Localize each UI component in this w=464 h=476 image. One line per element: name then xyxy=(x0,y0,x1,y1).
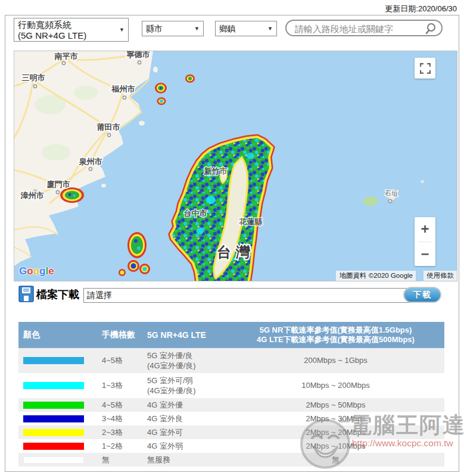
legend-bars-value: 1~2格 xyxy=(102,441,147,452)
download-section-title: 檔案下載 xyxy=(36,287,79,302)
map-label: 寧德市 xyxy=(127,51,150,59)
download-file-select[interactable]: 請選擇 ▼ xyxy=(83,288,421,303)
header-bars: 手機格數 xyxy=(102,330,147,340)
chevron-down-icon: ▼ xyxy=(119,24,124,35)
coverage-map-canvas: 南平市寧德市三明市福州市莆田市泉州市廈門市漳州市石垣新竹市台中市花蓮縣台灣 xyxy=(14,51,457,281)
search-icon[interactable] xyxy=(425,23,437,35)
legend-speed-value: 2Mbps ~ 20Mbps xyxy=(227,428,444,437)
city-dot xyxy=(388,199,391,202)
map-attribution: 地圖資料 ©2020 Google xyxy=(336,271,416,281)
terms-of-use-link[interactable]: 使用條款 xyxy=(423,271,457,281)
legend-speed-value: 200Mbps ~ 1Gbps xyxy=(227,356,444,365)
legend-color-bar xyxy=(23,415,84,422)
map-label: 莆田市 xyxy=(97,123,120,131)
map-label: 花蓮縣 xyxy=(239,217,263,226)
legend-color-bar xyxy=(23,429,84,436)
city-dot xyxy=(123,96,126,99)
fullscreen-icon xyxy=(420,63,431,74)
town-select[interactable]: 鄉鎮 ▼ xyxy=(215,21,277,36)
legend-speed-value: 2Mbps ~ 50Mbps xyxy=(227,400,444,410)
map-label: 石垣 xyxy=(385,190,398,197)
legend-color-bar xyxy=(23,456,84,464)
legend-color-bar xyxy=(23,402,84,409)
legend-row: 無無服務無 xyxy=(18,453,444,466)
county-select-value: 縣市 xyxy=(146,24,163,33)
legend-bars-value: 2~3格 xyxy=(102,427,147,438)
header-speed: 5G NR下載速率參考值(實務最高值1.5Gbps) 4G LTE下載速率參考值… xyxy=(227,325,444,345)
map-label: 福州市 xyxy=(111,84,135,93)
map-zoom-control: + − xyxy=(415,217,435,266)
google-logo[interactable]: Google xyxy=(19,265,54,277)
download-select-value: 請選擇 xyxy=(87,290,112,300)
city-dot xyxy=(56,190,59,193)
address-search-box[interactable] xyxy=(285,20,443,36)
system-select-line1: 行動寬頻系統 xyxy=(18,20,117,30)
legend-bars-value: 4~5格 xyxy=(102,400,147,411)
legend-color-bar xyxy=(23,357,84,364)
legend-row: 3~4格4G 室外良2Mbps ~ 30Mbps xyxy=(18,412,444,425)
update-date: 更新日期:2020/06/30 xyxy=(385,4,457,14)
legend-body: 4~5格5G 室外優/良(4G室外優/良)200Mbps ~ 1Gbps1~3格… xyxy=(18,348,444,466)
chevron-down-icon: ▼ xyxy=(194,21,200,36)
map-label: 漳州市 xyxy=(20,191,44,200)
download-button[interactable]: 下載 xyxy=(403,287,441,303)
search-input[interactable] xyxy=(294,22,421,35)
main-panel: 行動寬頻系統 (5G NR+4G LTE) ▼ 縣市 ▼ 鄉鎮 ▼ xyxy=(5,15,459,472)
legend-row: 2~3格4G 室外可2Mbps ~ 20Mbps xyxy=(18,425,444,439)
header-system: 5G NR+4G LTE xyxy=(147,330,227,340)
city-dot xyxy=(33,84,36,87)
legend-quality-value: 4G 室外弱 xyxy=(147,441,227,451)
city-dot xyxy=(62,61,65,64)
map-label: 廈門市 xyxy=(46,180,70,189)
legend-row: 1~2格4G 室外弱2Mbps ~ 10Mbps xyxy=(18,439,444,453)
legend-speed-value: 2Mbps ~ 10Mbps xyxy=(227,441,444,451)
legend-quality-value: 4G 室外可 xyxy=(147,427,227,437)
legend-quality-value: 4G 室外優 xyxy=(147,400,227,410)
legend-bars-value: 3~4格 xyxy=(102,414,147,424)
map-label: 三明市 xyxy=(22,73,45,82)
legend-bars-value: 無 xyxy=(102,455,147,465)
legend-color-bar xyxy=(23,382,84,389)
coverage-map[interactable]: 南平市寧德市三明市福州市莆田市泉州市廈門市漳州市石垣新竹市台中市花蓮縣台灣 + … xyxy=(14,51,457,281)
zoom-in-button[interactable]: + xyxy=(415,217,435,242)
town-select-value: 鄉鎮 xyxy=(219,24,236,33)
legend-quality-value: 4G 室外良 xyxy=(147,414,227,424)
system-select[interactable]: 行動寬頻系統 (5G NR+4G LTE) ▼ xyxy=(14,18,129,42)
legend-row: 4~5格5G 室外優/良(4G室外優/良)200Mbps ~ 1Gbps xyxy=(18,348,444,373)
legend-color-bar xyxy=(23,443,84,450)
legend-speed-value: 10Mbps ~ 200Mbps xyxy=(227,381,444,390)
legend-row: 1~3格5G 室外可/弱(4G室外優/良)10Mbps ~ 200Mbps xyxy=(18,373,444,398)
system-select-line2: (5G NR+4G LTE) xyxy=(18,30,117,41)
chevron-down-icon: ▼ xyxy=(267,21,273,36)
legend-quality-value: 5G 室外可/弱(4G室外優/良) xyxy=(147,375,227,396)
map-label: 台中市 xyxy=(184,209,207,218)
legend-row: 4~5格4G 室外優2Mbps ~ 50Mbps xyxy=(18,398,444,412)
legend-bars-value: 1~3格 xyxy=(102,380,147,391)
fullscreen-button[interactable] xyxy=(415,58,435,79)
legend-quality-value: 5G 室外優/良(4G室外優/良) xyxy=(147,350,227,371)
map-label: 新竹市 xyxy=(204,167,228,176)
legend-speed-value: 2Mbps ~ 30Mbps xyxy=(227,414,444,424)
zoom-out-button[interactable]: − xyxy=(415,242,435,267)
city-dot xyxy=(107,133,110,136)
county-select[interactable]: 縣市 ▼ xyxy=(142,21,204,36)
header-color: 顏色 xyxy=(18,330,102,340)
legend-quality-value: 無服務 xyxy=(147,455,227,465)
legend-header-row: 顏色 手機格數 5G NR+4G LTE 5G NR下載速率參考值(實務最高值1… xyxy=(18,322,444,348)
city-dot xyxy=(138,61,141,64)
floppy-disk-icon xyxy=(18,286,34,302)
map-label: 泉州市 xyxy=(79,157,102,166)
map-label: 台灣 xyxy=(217,244,255,260)
legend-bars-value: 4~5格 xyxy=(102,355,147,366)
legend-speed-value: 無 xyxy=(227,455,444,465)
city-dot xyxy=(89,167,92,170)
map-label: 南平市 xyxy=(54,52,78,61)
legend-table: 顏色 手機格數 5G NR+4G LTE 5G NR下載速率參考值(實務最高值1… xyxy=(18,322,444,466)
